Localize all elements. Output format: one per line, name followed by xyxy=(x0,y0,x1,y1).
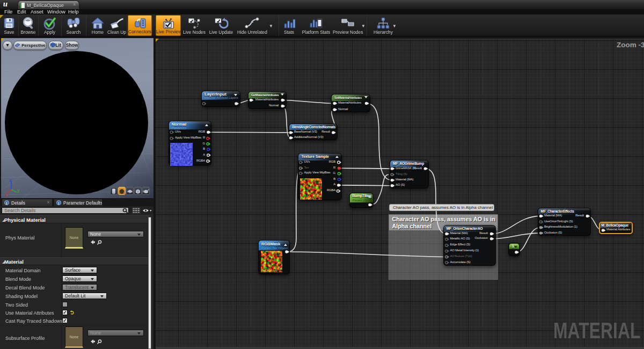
svg-text:x: x xyxy=(5,193,8,197)
svg-text:z: z xyxy=(9,178,11,183)
svg-text:y: y xyxy=(17,188,20,193)
